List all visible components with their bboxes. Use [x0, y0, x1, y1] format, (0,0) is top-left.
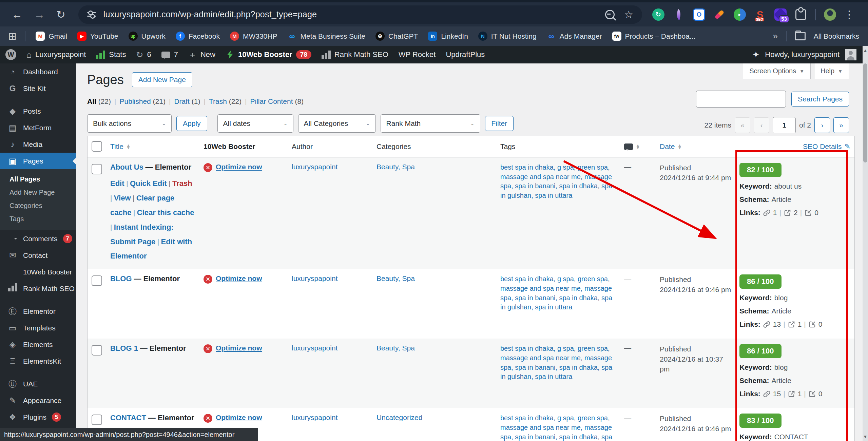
help-tab[interactable]: Help ▼ [814, 63, 849, 79]
submenu-tags[interactable]: Tags [0, 212, 76, 226]
zoom-search-icon[interactable] [605, 10, 615, 19]
add-new-page-button[interactable]: Add New Page [132, 72, 192, 87]
action-view[interactable]: View [114, 194, 131, 202]
adminbar-comments[interactable]: 7 [161, 50, 178, 59]
column-date[interactable]: Date▲▼ [656, 136, 735, 157]
adminbar-new[interactable]: ＋ New [188, 50, 215, 59]
action-edit[interactable]: Edit [110, 179, 124, 188]
sidebar-item-uae[interactable]: ⓊUAE [0, 376, 76, 392]
feather-extension-icon[interactable] [673, 8, 685, 21]
submenu-add-new-page[interactable]: Add New Page [0, 186, 76, 199]
categories-link[interactable]: Beauty, Spa [377, 274, 415, 282]
categories-select[interactable]: All Categories⌄ [298, 114, 376, 133]
sidebar-item-templates[interactable]: ▭Templates [0, 320, 76, 336]
search-input[interactable] [696, 91, 786, 108]
bookmark-star-icon[interactable]: ☆ [624, 9, 633, 20]
filter-trash[interactable]: Trash (22) [209, 97, 242, 105]
categories-link[interactable]: Uncategorized [377, 414, 422, 421]
page-title-link[interactable]: CONTACT [110, 414, 146, 422]
column-comments[interactable]: ▲▼ [620, 136, 656, 157]
tags-links[interactable]: best spa in dhaka, g spa, green spa, mas… [500, 164, 612, 199]
color-picker-extension-icon[interactable] [713, 8, 726, 21]
action-quick-edit[interactable]: Quick Edit [130, 179, 167, 188]
next-page-button[interactable]: › [814, 117, 830, 133]
wp-logo[interactable]: W [5, 49, 16, 60]
page-title-link[interactable]: BLOG 1 [110, 344, 138, 352]
sidebar-item-site-kit[interactable]: GSite Kit [0, 80, 76, 97]
back-icon[interactable]: ← [12, 9, 22, 20]
bookmark-gmail[interactable]: M Gmail [36, 32, 67, 41]
idm-extension-icon[interactable]: ▸ [734, 8, 746, 21]
sidebar-item-posts[interactable]: ◆Posts [0, 103, 76, 119]
sidebar-item-comments[interactable]: Comments 7 [0, 230, 76, 247]
column-title[interactable]: Title▲▼ [106, 136, 199, 157]
bookmark-chatgpt[interactable]: ⊛ ChatGPT [375, 32, 418, 41]
bulk-actions-select[interactable]: Bulk actions⌄ [87, 114, 172, 133]
purple-extension-icon[interactable]: 53 [774, 8, 787, 21]
author-link[interactable]: luxuryspapoint [292, 274, 337, 282]
tags-links[interactable]: best spa in dhaka, g spa, green spa, mas… [500, 345, 612, 380]
url-text[interactable]: luxuryspapoint.com/wp-admin/edit.php?pos… [103, 9, 317, 19]
action-clear-this-cache[interactable]: Clear this cache [137, 208, 194, 217]
adminbar-rank-math[interactable]: Rank Math SEO [322, 50, 388, 59]
bookmark-facebook[interactable]: f Facebook [176, 32, 220, 41]
action-trash[interactable]: Trash [172, 179, 192, 188]
sidebar-item-contact[interactable]: ✉Contact [0, 247, 76, 264]
sidebar-item-10web-booster[interactable]: 10Web Booster [0, 264, 76, 280]
categories-link[interactable]: Beauty, Spa [377, 163, 415, 171]
adminbar-site-name[interactable]: ⌂ Luxuryspapoint [26, 50, 86, 59]
sidebar-item-rank-math[interactable]: Rank Math SEO [0, 280, 76, 297]
reload-icon[interactable]: ↻ [56, 9, 65, 20]
categories-link[interactable]: Beauty, Spa [377, 344, 415, 352]
filter-all[interactable]: All (22) [87, 97, 111, 105]
screen-options-tab[interactable]: Screen Options ▼ [743, 63, 811, 79]
ai-sparkle-icon[interactable]: ✦ [752, 50, 760, 60]
bookmark-mw330hp[interactable]: M MW330HP [230, 32, 277, 41]
bookmark-products-dashboard[interactable]: fw Products – Dashboa... [612, 32, 696, 41]
adminbar-updraftplus[interactable]: UpdraftPlus [446, 50, 485, 59]
optimize-now-link[interactable]: Optimize now [216, 344, 262, 352]
dates-select[interactable]: All dates⌄ [217, 114, 293, 133]
bookmarks-overflow-icon[interactable]: » [773, 31, 777, 41]
adminbar-updates[interactable]: ↻ 6 [136, 50, 151, 59]
bookmark-it-nut-hosting[interactable]: N IT Nut Hosting [478, 32, 537, 41]
adminbar-stats[interactable]: Stats [96, 50, 126, 59]
sidebar-item-plugins[interactable]: ❖ Plugins 5 [0, 409, 76, 425]
sidebar-item-pages[interactable]: ▣Pages [0, 153, 76, 169]
filter-published[interactable]: Published (21) [120, 97, 166, 105]
apply-button[interactable]: Apply [176, 116, 207, 131]
browser-menu-icon[interactable]: ⋮ [844, 12, 854, 17]
row-checkbox[interactable] [92, 275, 102, 286]
all-bookmarks-label[interactable]: All Bookmarks [814, 32, 859, 40]
scroll-up-icon[interactable]: ▲ [863, 46, 868, 55]
page-scrollbar[interactable]: ▲ ▼ [863, 46, 868, 441]
bookmark-meta-business-suite[interactable]: ∞ Meta Business Suite [287, 32, 365, 41]
sidebar-item-metform[interactable]: ▤MetForm [0, 119, 76, 136]
row-checkbox[interactable] [92, 415, 102, 425]
sync-extension-icon[interactable]: ↻ [652, 8, 664, 21]
adminbar-10web-booster[interactable]: 10Web Booster 78 [226, 50, 311, 59]
filter-pillar-content[interactable]: Pillar Content (8) [250, 97, 304, 105]
last-page-button[interactable]: » [833, 117, 849, 133]
extensions-puzzle-icon[interactable] [795, 8, 807, 21]
adminbar-wp-rocket[interactable]: WP Rocket [399, 50, 436, 59]
o-extension-icon[interactable]: O [693, 8, 705, 21]
author-link[interactable]: luxuryspapoint [292, 344, 337, 352]
tags-links[interactable]: best spa in dhaka, g spa, green spa, mas… [500, 275, 612, 311]
filter-button[interactable]: Filter [485, 116, 514, 131]
sidebar-item-appearance[interactable]: ✎Appearance [0, 392, 76, 409]
author-link[interactable]: luxuryspapoint [292, 414, 337, 421]
filter-draft[interactable]: Draft (1) [174, 97, 200, 105]
sidebar-item-elements[interactable]: ◈Elements [0, 336, 76, 353]
bookmark-ads-manager[interactable]: ∞ Ads Manager [547, 32, 602, 41]
forward-icon[interactable]: → [34, 9, 45, 20]
howdy-account[interactable]: Howdy, luxuryspapoint [765, 50, 840, 59]
apps-grid-icon[interactable]: ⊞ [8, 31, 17, 41]
select-all-checkbox[interactable] [92, 141, 102, 152]
current-page-input[interactable] [773, 117, 796, 133]
page-title-link[interactable]: About Us [110, 163, 143, 171]
column-seo-details[interactable]: SEO Details✎ [735, 136, 854, 157]
tags-links[interactable]: best spa in dhaka, g spa, green spa, mas… [500, 414, 612, 441]
sidebar-item-elementor[interactable]: ⒺElementor [0, 303, 76, 320]
search-pages-button[interactable]: Search Pages [791, 92, 849, 107]
